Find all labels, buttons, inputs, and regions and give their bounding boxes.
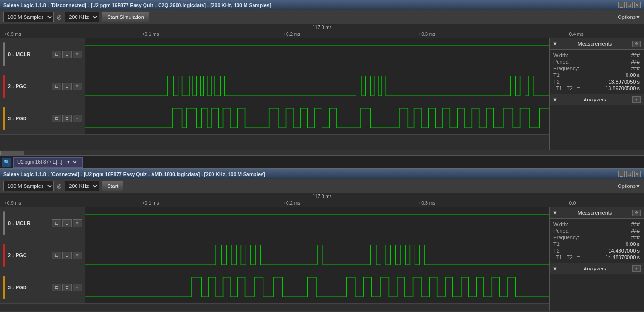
options-btn-top[interactable]: Options▼ xyxy=(618,14,641,20)
channel-ctrl2-pgd-top[interactable]: ⊐ xyxy=(62,115,72,122)
channel-ctrl3-pgd-bottom[interactable]: ≡ xyxy=(73,284,82,291)
bottom-channels-area: 0 - MCLR ⊏ ⊐ ≡ xyxy=(0,207,644,311)
waveform-svg-mclr-top xyxy=(85,38,549,70)
measurements-settings-btn-bottom[interactable]: ⚙ xyxy=(632,210,641,216)
rate-select-bottom[interactable]: 200 KHz 400 KHz 1 MHz xyxy=(65,181,99,191)
meas-t2-val-top: 13.8970050 s xyxy=(608,79,640,84)
waveform-mclr-top xyxy=(85,38,549,70)
analyzers-title-bottom: Analyzers xyxy=(584,266,606,271)
analyzers-add-btn-top[interactable]: + xyxy=(632,96,641,103)
measurements-panel-top: ▼ Measurements ⚙ Width: ### Period: ### … xyxy=(549,38,644,150)
analyzers-triangle-top: ▼ xyxy=(552,97,558,102)
bottom-toolbar: 100 M Samples 200 M Samples @ 200 KHz 40… xyxy=(0,179,644,193)
meas-width-top: Width: ### xyxy=(553,52,640,58)
maximize-btn-bottom[interactable]: □ xyxy=(626,171,633,177)
channel-ctrl2-pgc-bottom[interactable]: ⊐ xyxy=(62,252,72,259)
measurements-triangle-bottom: ▼ xyxy=(552,210,558,216)
samples-select-top[interactable]: 100 M Samples 200 M Samples xyxy=(3,12,54,22)
top-window-controls: _ □ × xyxy=(618,2,641,8)
channel-text-mclr-top: 0 - MCLR xyxy=(8,51,31,57)
channel-ctrl3-mclr-bottom[interactable]: ≡ xyxy=(73,219,82,227)
taskbar-tab[interactable]: U2 pgm 16F877 E[...] ▼ xyxy=(13,157,83,168)
channel-ctrl3-mclr-top[interactable]: ≡ xyxy=(73,51,82,58)
meas-period-bottom: Period: ### xyxy=(553,228,640,234)
channel-row-pgd-top: 3 - PGD ⊏ ⊐ ≡ xyxy=(0,102,549,135)
channel-row-pgd-bottom: 3 - PGD ⊏ ⊐ ≡ xyxy=(0,271,549,304)
channel-ctrl1-mclr-bottom[interactable]: ⊏ xyxy=(52,219,61,227)
channel-color-pgd-top xyxy=(3,107,5,130)
meas-diff-val-bottom: 14.48070000 s xyxy=(605,254,640,260)
meas-freq-val-bottom: ### xyxy=(631,235,640,240)
meas-diff-bottom: | T1 - T2 | = 14.48070000 s xyxy=(553,254,640,260)
meas-period-val-bottom: ### xyxy=(631,228,640,234)
close-btn[interactable]: × xyxy=(634,2,641,8)
top-hscrollbar-thumb[interactable] xyxy=(0,151,24,155)
top-time-ruler: 117.0 ms +0.9 ms +0.1 ms +0.2 ms +0.3 ms… xyxy=(0,24,644,38)
channel-color-pgc-top xyxy=(3,75,5,98)
channel-ctrl1-pgd-top[interactable]: ⊏ xyxy=(52,115,61,122)
channel-ctrl3-pgd-top[interactable]: ≡ xyxy=(73,115,82,122)
channel-ctrl2-mclr-bottom[interactable]: ⊐ xyxy=(62,219,72,227)
channel-controls-pgc-top: ⊏ ⊐ ≡ xyxy=(52,83,82,90)
meas-width-val-bottom: ### xyxy=(631,221,640,227)
channel-ctrl2-mclr-top[interactable]: ⊐ xyxy=(62,51,72,58)
meas-t2-bottom: T2: 14.4807000 s xyxy=(553,248,640,253)
tick-0-bottom: +0.9 ms xyxy=(4,201,21,206)
channel-ctrl2-pgc-top[interactable]: ⊐ xyxy=(62,83,72,90)
options-btn-bottom[interactable]: Options▼ xyxy=(618,183,641,189)
meas-t2-val-bottom: 14.4807000 s xyxy=(608,248,640,253)
channel-color-mclr-bottom xyxy=(3,211,5,235)
top-window: Saleae Logic 1.1.8 - [Disconnected] - [U… xyxy=(0,0,644,156)
channel-ctrl1-pgc-top[interactable]: ⊏ xyxy=(52,83,61,90)
channel-label-mclr-bottom: 0 - MCLR ⊏ ⊐ ≡ xyxy=(0,207,85,239)
channel-ctrl3-pgc-bottom[interactable]: ≡ xyxy=(73,252,82,259)
channel-ctrl1-pgd-bottom[interactable]: ⊏ xyxy=(52,284,61,291)
top-channels-column: 0 - MCLR ⊏ ⊐ ≡ xyxy=(0,38,549,150)
rate-select-top[interactable]: 200 KHz 400 KHz 1 MHz xyxy=(65,12,99,22)
taskbar-search-icon[interactable]: 🔍 xyxy=(2,158,11,167)
meas-freq-val-top: ### xyxy=(631,66,640,71)
channel-ctrl2-pgd-bottom[interactable]: ⊐ xyxy=(62,284,72,291)
measurements-content-bottom: Width: ### Period: ### Frequency: ### T1… xyxy=(550,219,644,263)
meas-freq-bottom: Frequency: ### xyxy=(553,235,640,240)
waveform-mclr-bottom xyxy=(85,207,549,239)
top-toolbar: 100 M Samples 200 M Samples @ 200 KHz 40… xyxy=(0,10,644,24)
taskbar-tab-select[interactable]: ▼ xyxy=(64,159,78,165)
top-hscrollbar xyxy=(0,150,644,155)
minimize-btn[interactable]: _ xyxy=(618,2,625,8)
start-simulation-btn[interactable]: Start Simulation xyxy=(102,12,149,22)
channel-text-pgd-bottom: 3 - PGD xyxy=(8,285,27,290)
channel-text-pgc-top: 2 - PGC xyxy=(8,84,27,89)
meas-width-val-top: ### xyxy=(631,52,640,58)
channel-ctrl3-pgc-top[interactable]: ≡ xyxy=(73,83,82,90)
measurements-header-bottom: ▼ Measurements ⚙ xyxy=(550,207,644,219)
meas-diff-top: | T1 - T2 | = 13.89700500 s xyxy=(553,85,640,91)
channel-ctrl1-mclr-top[interactable]: ⊏ xyxy=(52,51,61,58)
tick-4-bottom: +0.0 xyxy=(567,201,576,206)
minimize-btn-bottom[interactable]: _ xyxy=(618,171,625,177)
top-title: Saleae Logic 1.1.8 - [Disconnected] - [U… xyxy=(3,2,271,8)
meas-t2-label-bottom: T2: xyxy=(553,248,561,253)
meas-period-label-top: Period: xyxy=(553,59,570,65)
channel-controls-mclr-top: ⊏ ⊐ ≡ xyxy=(52,51,82,58)
channel-row-pgc-bottom: 2 - PGC ⊏ ⊐ ≡ xyxy=(0,239,549,271)
meas-t1-val-top: 0.00 s xyxy=(626,72,640,78)
measurements-content-top: Width: ### Period: ### Frequency: ### T1… xyxy=(550,50,644,94)
meas-freq-label-top: Frequency: xyxy=(553,66,579,71)
measurements-settings-btn-top[interactable]: ⚙ xyxy=(632,41,641,47)
analyzers-add-btn-bottom[interactable]: + xyxy=(632,265,641,272)
channel-text-pgd-top: 3 - PGD xyxy=(8,116,27,121)
measurements-triangle-top: ▼ xyxy=(552,41,558,47)
samples-select-bottom[interactable]: 100 M Samples 200 M Samples xyxy=(3,181,54,191)
waveform-pgd-top xyxy=(85,102,549,134)
channel-ctrl1-pgc-bottom[interactable]: ⊏ xyxy=(52,252,61,259)
start-btn-bottom[interactable]: Start xyxy=(102,181,123,191)
close-btn-bottom[interactable]: × xyxy=(634,171,641,177)
analyzers-title-top: Analyzers xyxy=(584,97,606,102)
top-channels-area: 0 - MCLR ⊏ ⊐ ≡ xyxy=(0,38,644,150)
channel-controls-pgc-bottom: ⊏ ⊐ ≡ xyxy=(52,252,82,259)
maximize-btn[interactable]: □ xyxy=(626,2,633,8)
tick-2-bottom: +0.2 ms xyxy=(283,201,300,206)
meas-width-label-top: Width: xyxy=(553,52,568,58)
meas-width-label-bottom: Width: xyxy=(553,221,568,227)
